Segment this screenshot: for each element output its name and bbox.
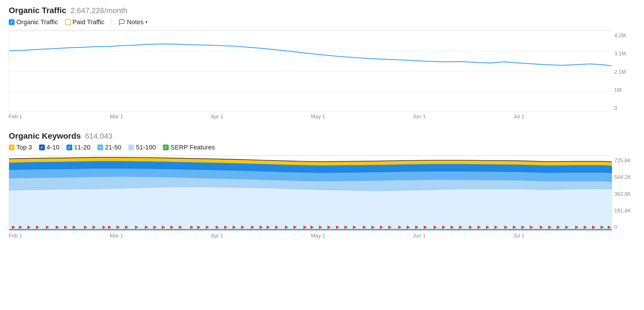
organic-traffic-chart-container: 4.2M 3.1M 2.1M 1M 0 Feb 1 Mar 1 Apr 1 Ma… <box>9 30 635 120</box>
svg-marker-19 <box>125 226 129 229</box>
svg-marker-65 <box>530 226 533 229</box>
legend-divider <box>111 18 112 26</box>
kw-x-label-3: May 1 <box>311 233 325 239</box>
svg-marker-14 <box>84 226 87 229</box>
flags-svg <box>9 225 612 231</box>
kw-x-label-5: Jul 1 <box>513 233 524 239</box>
x-label-3: May 1 <box>311 114 325 120</box>
svg-marker-55 <box>442 226 446 229</box>
svg-marker-31 <box>233 226 236 229</box>
y-label-2: 2.1M <box>614 69 635 75</box>
svg-marker-36 <box>275 226 279 229</box>
notes-label: Notes <box>127 18 143 26</box>
legend-paid-traffic[interactable]: Paid Traffic <box>65 18 105 26</box>
svg-marker-38 <box>293 226 297 229</box>
notes-button[interactable]: Notes ▾ <box>119 18 147 26</box>
svg-marker-69 <box>565 226 569 229</box>
organic-traffic-x-axis: Feb 1 Mar 1 Apr 1 May 1 Jun 1 Jul 1 <box>9 114 635 120</box>
svg-marker-52 <box>415 226 419 229</box>
svg-marker-58 <box>469 226 472 229</box>
svg-marker-30 <box>224 226 228 229</box>
organic-traffic-chart-wrapper: 4.2M 3.1M 2.1M 1M 0 <box>9 30 635 112</box>
svg-marker-74 <box>608 226 611 229</box>
svg-marker-63 <box>513 226 516 229</box>
svg-marker-51 <box>407 226 410 229</box>
svg-marker-42 <box>328 226 331 229</box>
svg-marker-33 <box>251 226 255 229</box>
checkbox-4-10[interactable]: ✓ <box>39 145 45 150</box>
svg-marker-64 <box>521 226 525 229</box>
svg-marker-54 <box>434 226 437 229</box>
organic-traffic-title: Organic Traffic <box>9 6 66 15</box>
y-label-4: 0 <box>614 105 635 111</box>
svg-marker-15 <box>93 226 96 229</box>
svg-marker-26 <box>190 226 194 229</box>
svg-marker-29 <box>216 226 219 229</box>
svg-marker-67 <box>548 226 552 229</box>
kw-x-label-1: Mar 1 <box>110 233 123 239</box>
kw-x-label-0: Feb 1 <box>9 233 22 239</box>
checkbox-organic-traffic[interactable]: ✓ <box>9 19 15 25</box>
y-label-0: 4.2M <box>614 33 635 39</box>
svg-marker-56 <box>451 226 454 229</box>
legend-21-50[interactable]: ✓ 21-50 <box>97 144 121 151</box>
svg-marker-0 <box>9 187 612 231</box>
svg-marker-60 <box>486 226 490 229</box>
svg-marker-62 <box>504 226 508 229</box>
legend-top3[interactable]: ✓ Top 3 <box>9 144 32 151</box>
organic-keywords-legend: ✓ Top 3 ✓ 4-10 ✓ 11-20 ✓ 21-50 ✓ 51-100 … <box>9 144 635 151</box>
checkbox-serp[interactable]: ✓ <box>163 145 169 150</box>
kw-y-label-4: 0 <box>614 224 635 230</box>
checkbox-paid-traffic[interactable] <box>65 19 71 25</box>
legend-organic-traffic[interactable]: ✓ Organic Traffic <box>9 18 58 26</box>
svg-marker-8 <box>27 226 31 229</box>
svg-rect-5 <box>9 229 612 230</box>
organic-traffic-svg <box>9 31 612 112</box>
organic-traffic-chart-area <box>9 30 612 112</box>
svg-marker-11 <box>56 226 59 229</box>
svg-marker-53 <box>424 226 427 229</box>
svg-marker-35 <box>267 226 270 229</box>
svg-marker-20 <box>135 226 138 229</box>
svg-marker-44 <box>344 226 348 229</box>
legend-serp[interactable]: ✓ SERP Features <box>163 144 215 151</box>
svg-marker-70 <box>575 226 579 229</box>
y-label-1: 3.1M <box>614 51 635 57</box>
kw-y-label-0: 725.6K <box>614 158 635 164</box>
notes-chevron: ▾ <box>145 20 147 24</box>
legend-4-10[interactable]: ✓ 4-10 <box>39 144 59 151</box>
svg-marker-34 <box>260 226 263 229</box>
svg-marker-45 <box>353 226 356 229</box>
svg-marker-40 <box>311 226 314 229</box>
svg-marker-27 <box>197 226 201 229</box>
checkbox-top3[interactable]: ✓ <box>9 145 15 150</box>
svg-marker-9 <box>36 226 39 229</box>
legend-11-20-label: 11-20 <box>74 144 90 151</box>
checkbox-11-20[interactable]: ✓ <box>66 145 72 150</box>
organic-keywords-chart-area <box>9 155 612 231</box>
x-label-2: Apr 1 <box>211 114 223 120</box>
svg-marker-68 <box>557 226 560 229</box>
svg-marker-7 <box>19 226 22 229</box>
organic-keywords-chart-wrapper: 725.6K 544.2K 362.8K 181.4K 0 <box>9 155 635 231</box>
legend-11-20[interactable]: ✓ 11-20 <box>66 144 90 151</box>
kw-y-label-2: 362.8K <box>614 191 635 197</box>
svg-marker-47 <box>371 226 375 229</box>
organic-traffic-legend: ✓ Organic Traffic Paid Traffic Notes ▾ <box>9 18 635 26</box>
svg-marker-24 <box>170 226 174 229</box>
svg-marker-39 <box>303 226 307 229</box>
svg-marker-37 <box>285 226 288 229</box>
organic-traffic-value: 2,647,226/month <box>71 6 127 15</box>
organic-keywords-value: 614,043 <box>85 132 112 140</box>
svg-marker-10 <box>46 226 49 229</box>
legend-top3-label: Top 3 <box>16 144 32 151</box>
legend-51-100[interactable]: ✓ 51-100 <box>128 144 156 151</box>
kw-x-label-4: Jun 1 <box>413 233 426 239</box>
legend-paid-traffic-label: Paid Traffic <box>73 18 105 26</box>
checkbox-21-50[interactable]: ✓ <box>97 145 103 150</box>
svg-marker-59 <box>478 226 481 229</box>
organic-keywords-chart-container: 725.6K 544.2K 362.8K 181.4K 0 Feb 1 Mar … <box>9 155 635 239</box>
svg-marker-46 <box>363 226 366 229</box>
checkbox-51-100[interactable]: ✓ <box>128 145 134 150</box>
x-label-0: Feb 1 <box>9 114 22 120</box>
